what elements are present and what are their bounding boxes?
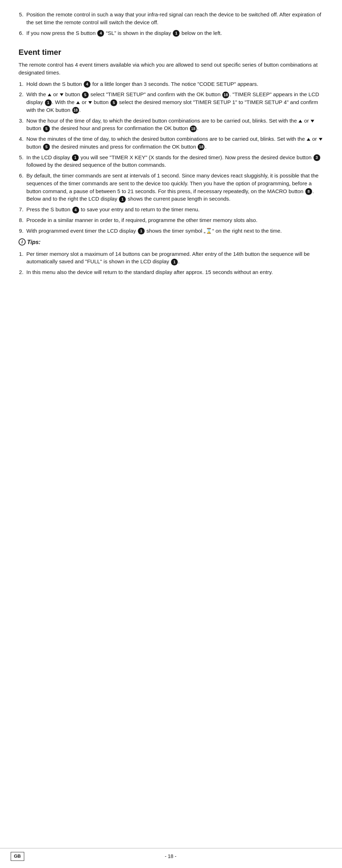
step-3-text: Now the hour of the time of day, to whic… [26, 118, 315, 131]
tip-2: In this menu also the device will return… [25, 268, 323, 276]
circle-5-s2b: 5 [110, 99, 117, 106]
arrow-down-s2a [60, 93, 63, 96]
circle-18-s3: 18 [190, 125, 197, 132]
circle-18-s4: 18 [198, 144, 204, 150]
footer-gb-label: GB [11, 852, 24, 861]
circle-4: 4 [97, 30, 104, 37]
step-2: With the or button 5 select "TIMER SETUP… [25, 91, 323, 114]
circle-1: 1 [173, 30, 180, 37]
intro-item-5: Position the remote control in such a wa… [25, 11, 323, 26]
circle-4-s7: 4 [72, 207, 79, 213]
circle-18-s2b: 18 [72, 107, 79, 114]
tip-1-text: Per timer memory slot a maximum of 14 bu… [26, 251, 310, 265]
circle-4-s1: 4 [84, 81, 90, 88]
circle-18-s2a: 18 [222, 92, 229, 98]
footer: GB - 18 - [0, 848, 342, 861]
step-6-text: By default, the timer commands are sent … [26, 172, 318, 202]
circle-5-s2a: 5 [82, 92, 89, 98]
step-3: Now the hour of the time of day, to whic… [25, 117, 323, 133]
step-4: Now the minutes of the time of day, to w… [25, 135, 323, 151]
circle-1-s2: 1 [45, 99, 52, 106]
intro-item-6: If you now press the S button 4 “SL” is … [25, 29, 323, 37]
arrow-down-s2b [88, 101, 92, 104]
step-6: By default, the timer commands are sent … [25, 172, 323, 203]
circle-1-t1: 1 [171, 259, 178, 265]
footer-page-number: - 18 - [165, 853, 176, 860]
tip-2-text: In this menu also the device will return… [26, 269, 273, 275]
tips-heading: Tips: [27, 238, 41, 246]
step-7: Press the S button 4 to save your entry … [25, 206, 323, 213]
page-content: Position the remote control in such a wa… [0, 0, 342, 308]
step-8: Procede in a similar manner in order to,… [25, 216, 323, 224]
circle-5-s3: 5 [43, 125, 50, 132]
tip-1: Per timer memory slot a maximum of 14 bu… [25, 250, 323, 266]
step-5-text: In the LCD display 1 you will see "TIMER… [26, 154, 321, 168]
intro-item-5-text: Position the remote control in such a wa… [26, 11, 321, 25]
steps-list: Hold down the S button 4 for a little lo… [25, 80, 323, 235]
event-timer-heading: Event timer [19, 47, 323, 58]
arrow-down-s3 [311, 120, 314, 123]
circle-1-s5: 1 [72, 154, 79, 161]
step-7-text: Press the S button 4 to save your entry … [26, 206, 200, 212]
step-9: With programmed event timer the LCD disp… [25, 227, 323, 235]
arrow-down-s4 [319, 138, 322, 141]
step-1-text: Hold down the S button 4 for a little lo… [26, 81, 258, 87]
circle-5-s4: 5 [43, 144, 50, 150]
intro-item-6-text: If you now press the S button 4 “SL” is … [26, 30, 222, 36]
tips-header-row: i Tips: [19, 238, 323, 246]
arrow-up-s3 [299, 120, 302, 123]
event-timer-intro: The remote control has 4 event timers av… [19, 61, 323, 77]
step-8-text: Procede in a similar manner in order to,… [26, 217, 258, 223]
arrow-up-s2a [48, 93, 51, 96]
tips-list: Per timer memory slot a maximum of 14 bu… [25, 250, 323, 276]
circle-1-s9: 1 [138, 228, 145, 234]
circle-1-s6: 1 [119, 196, 126, 203]
intro-list: Position the remote control in such a wa… [25, 11, 323, 37]
step-1: Hold down the S button 4 for a little lo… [25, 80, 323, 88]
step-2-text: With the or button 5 select "TIMER SETUP… [26, 91, 319, 113]
arrow-up-s4 [307, 138, 310, 141]
step-5: In the LCD display 1 you will see "TIMER… [25, 154, 323, 169]
circle-8-s6: 8 [305, 188, 312, 195]
arrow-up-s2b [76, 101, 80, 104]
circle-3-s5: 3 [314, 154, 320, 161]
step-4-text: Now the minutes of the time of day, to w… [26, 136, 323, 150]
info-icon: i [19, 238, 26, 246]
step-9-text: With programmed event timer the LCD disp… [26, 228, 282, 234]
